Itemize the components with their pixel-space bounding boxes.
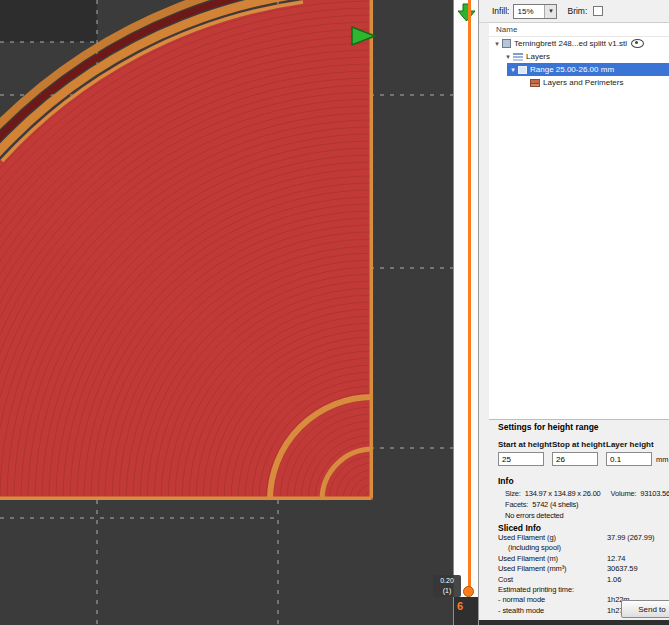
tree-object-label: Terningbrett 248...ed splitt v1.stl: [514, 39, 627, 48]
infill-value: 15%: [514, 7, 544, 16]
sliced-row: Used Filament (g) 37.99 (267.99): [498, 533, 667, 543]
info-size-row: Size: 134.97 x 134.89 x 26.00 Volume: 93…: [505, 489, 669, 498]
mm-unit-label: mm: [656, 455, 669, 464]
sliced-label: Used Filament (mm³): [498, 564, 567, 573]
tree-perimeters-label: Layers and Perimeters: [543, 78, 623, 87]
layer-height-input[interactable]: [606, 452, 652, 466]
layer-slider-handle[interactable]: [463, 586, 474, 597]
tree-row-object[interactable]: ▾ Terningbrett 248...ed splitt v1.stl: [489, 37, 669, 50]
sliced-value: 12.74: [607, 554, 625, 563]
object-tree: Name ▾ Terningbrett 248...ed splitt v1.s…: [489, 22, 669, 420]
sliced-value: 37.99 (267.99): [607, 533, 654, 542]
bed-corner-outside: [0, 0, 97, 42]
layer-height-label: Layer height: [606, 440, 654, 449]
sliced-label: Used Filament (g): [498, 533, 556, 542]
slicer-window: 0.20 (1) 6 Infill: 15% ▾ Brim: Name ▾: [0, 0, 669, 625]
tree-header-name: Name: [489, 23, 669, 37]
brim-checkbox[interactable]: [593, 6, 603, 16]
tree-layers-label: Layers: [526, 52, 550, 61]
axis-corner-label: 6: [457, 600, 463, 612]
visibility-eye-icon[interactable]: [631, 39, 644, 48]
info-status-row: No errors detected: [505, 511, 564, 520]
tree-row-layers[interactable]: ▾ Layers: [489, 50, 669, 63]
sliced-label: (including spool): [508, 543, 561, 552]
tree-row-height-range-selected[interactable]: ▾ Range 25.00-26.00 mm: [507, 63, 669, 76]
sliced-value: 1.06: [607, 575, 621, 584]
sliced-label: Cost: [498, 575, 513, 584]
tree-range-label: Range 25.00-26.00 mm: [530, 65, 614, 74]
errors-status: No errors detected: [505, 511, 564, 520]
sliced-row: Estimated printing time:: [498, 585, 667, 595]
stop-height-input[interactable]: [552, 452, 598, 466]
expander-icon[interactable]: ▾: [509, 66, 517, 74]
start-height-label: Start at height: [498, 440, 552, 449]
window-bottom-strip: [479, 620, 669, 625]
sliced-row: (including spool): [498, 543, 667, 553]
sliced-value: 30637.59: [607, 564, 637, 573]
sliced-row: Used Filament (m) 12.74: [498, 554, 667, 564]
height-range-section-title: Settings for height range: [498, 422, 599, 432]
slider-tooltip-z: 0.20: [433, 576, 461, 586]
layers-icon: [513, 53, 523, 61]
facets-label: Facets:: [505, 500, 528, 509]
expander-icon[interactable]: ▾: [504, 53, 512, 61]
sliced-label: Used Filament (m): [498, 554, 558, 563]
expander-icon[interactable]: ▾: [493, 40, 501, 48]
sliced-row: Cost 1.06: [498, 575, 667, 585]
infill-label: Infill:: [492, 6, 509, 16]
sliced-row: Used Filament (mm³) 30637.59: [498, 564, 667, 574]
slider-tooltip-layer: (1): [433, 586, 461, 596]
size-label: Size:: [505, 489, 521, 498]
green-down-arrow-icon: [458, 4, 475, 21]
quick-settings-bar: Infill: 15% ▾ Brim:: [479, 0, 669, 23]
layer-slider: 6: [453, 0, 478, 625]
volume-label: Volume:: [611, 489, 637, 498]
info-section-title: Info: [498, 476, 514, 486]
object-icon: [502, 39, 511, 48]
brim-label: Brim:: [567, 6, 587, 16]
sliced-label: Estimated printing time:: [498, 585, 574, 594]
print-bed-canvas[interactable]: [0, 0, 453, 625]
sliced-label: - normal mode: [498, 595, 545, 604]
layer-slider-track[interactable]: [468, 0, 471, 592]
sliced-label: - stealth mode: [498, 606, 544, 615]
size-value: 134.97 x 134.89 x 26.00: [525, 489, 601, 498]
slider-footer: 6: [454, 597, 479, 625]
start-height-input[interactable]: [498, 452, 544, 466]
height-range-icon: [518, 66, 527, 74]
perimeters-icon: [530, 79, 540, 87]
send-to-button[interactable]: Send to: [621, 600, 669, 618]
object-settings-panel: Infill: 15% ▾ Brim: Name ▾ Terningbrett …: [478, 0, 669, 625]
slider-tooltip: 0.20 (1): [433, 575, 461, 597]
infill-dropdown[interactable]: 15% ▾: [513, 4, 557, 19]
dropdown-arrow-icon: ▾: [544, 5, 556, 18]
layer-preview-svg: [0, 0, 453, 625]
tree-row-layers-perimeters[interactable]: Layers and Perimeters: [489, 76, 669, 89]
sliced-info-section-title: Sliced Info: [498, 523, 541, 533]
facets-value: 5742 (4 shells): [532, 500, 578, 509]
info-facets-row: Facets: 5742 (4 shells): [505, 500, 578, 509]
volume-value: 93103.56: [640, 489, 669, 498]
slider-down-button[interactable]: [456, 2, 477, 23]
stop-height-label: Stop at height: [552, 440, 605, 449]
